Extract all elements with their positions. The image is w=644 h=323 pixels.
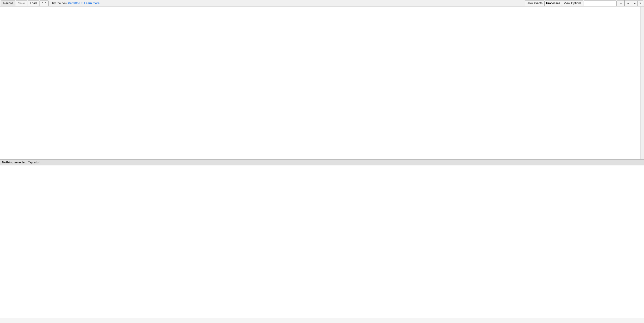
flow-events-button[interactable]: Flow events: [525, 1, 544, 6]
bottom-bar: [0, 318, 644, 323]
detail-area: [0, 165, 644, 318]
view-options-button[interactable]: View Options: [562, 1, 583, 6]
toolbar: Record Save Load ^_^ Try the new Perfett…: [0, 0, 644, 7]
promo-text-before: Try the new: [52, 2, 68, 5]
perfetto-ui-link[interactable]: Perfetto UI: [68, 2, 82, 5]
pin-button[interactable]: ^_^: [40, 1, 49, 6]
nav-expand-button[interactable]: »: [632, 1, 638, 6]
learn-more-link[interactable]: Learn more: [84, 2, 99, 5]
right-scrollbar[interactable]: [640, 7, 644, 159]
toolbar-right: Flow events Processes View Options ← → »…: [525, 0, 643, 6]
processes-button[interactable]: Processes: [544, 1, 562, 6]
record-button[interactable]: Record: [1, 1, 15, 6]
status-text: Nothing selected. Tap stuff.: [2, 161, 41, 164]
load-button[interactable]: Load: [28, 1, 39, 6]
promo-exclamation: !: [83, 2, 83, 5]
nav-next-button[interactable]: →: [625, 1, 632, 6]
promo-message: Try the new Perfetto UI! Learn more: [52, 2, 100, 5]
help-button[interactable]: ?: [638, 1, 643, 6]
navigation-controls: ← → »: [617, 0, 638, 6]
toolbar-left: Record Save Load ^_^ Try the new Perfett…: [1, 1, 525, 6]
save-button[interactable]: Save: [16, 1, 27, 6]
nav-prev-button[interactable]: ←: [617, 1, 625, 6]
search-input[interactable]: [584, 1, 617, 6]
status-bar: Nothing selected. Tap stuff.: [0, 159, 644, 165]
main-area: [0, 7, 644, 159]
